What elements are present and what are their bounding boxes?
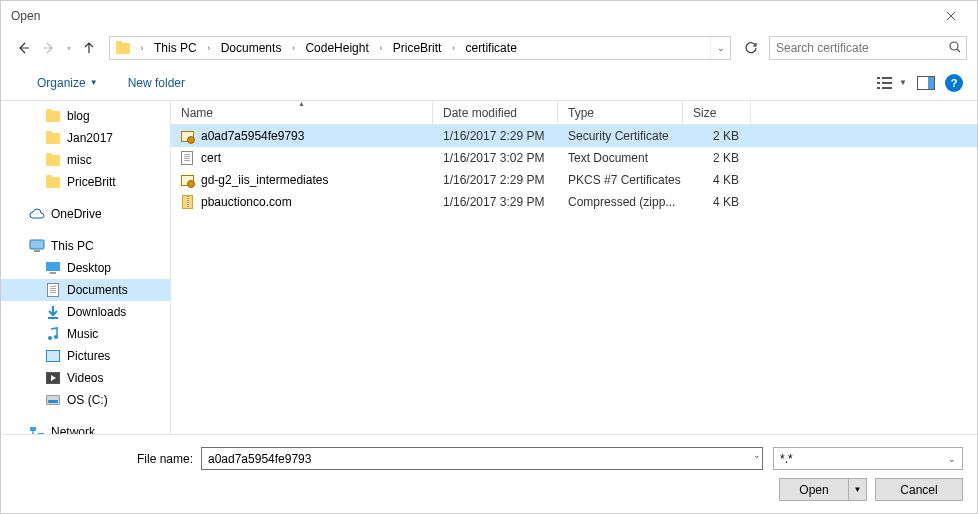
open-split-dropdown[interactable]: ▼ — [848, 479, 866, 500]
search-icon[interactable] — [948, 40, 962, 54]
breadcrumb-certificate[interactable]: certificate — [461, 37, 520, 59]
documents-icon — [45, 282, 61, 298]
tree-item-jan2017[interactable]: Jan2017 — [1, 127, 170, 149]
file-row[interactable]: a0ad7a5954fe97931/16/2017 2:29 PMSecurit… — [171, 125, 977, 147]
network-icon — [29, 424, 45, 434]
organize-button[interactable]: Organize ▼ — [31, 72, 104, 94]
tree-item-videos[interactable]: Videos — [1, 367, 170, 389]
cancel-button[interactable]: Cancel — [875, 478, 963, 501]
chevron-right-icon[interactable]: › — [134, 43, 150, 53]
file-list[interactable]: a0ad7a5954fe97931/16/2017 2:29 PMSecurit… — [171, 125, 977, 434]
column-date[interactable]: Date modified — [433, 101, 558, 124]
chevron-right-icon[interactable]: › — [201, 43, 217, 53]
filetype-filter[interactable]: *.* ⌄ — [773, 447, 963, 470]
file-date: 1/16/2017 3:29 PM — [433, 195, 558, 209]
preview-pane-button[interactable] — [917, 76, 935, 90]
organize-label: Organize — [37, 76, 86, 90]
svg-rect-8 — [928, 77, 934, 89]
chevron-right-icon[interactable]: › — [285, 43, 301, 53]
tree-item-blog[interactable]: blog — [1, 105, 170, 127]
pictures-icon — [45, 348, 61, 364]
search-box[interactable] — [769, 36, 967, 60]
videos-icon — [45, 370, 61, 386]
open-button-group: Open ▼ — [779, 478, 867, 501]
folder-icon — [112, 37, 134, 59]
open-dialog: Open ▾ › This PC › Documents › CodeHeigh… — [0, 0, 978, 514]
chevron-down-icon: ▼ — [90, 78, 98, 87]
tree-item-pictures[interactable]: Pictures — [1, 345, 170, 367]
address-dropdown[interactable]: ⌄ — [710, 37, 730, 59]
tree-item-pricebritt[interactable]: PriceBritt — [1, 171, 170, 193]
svg-rect-12 — [50, 272, 56, 274]
view-options-button[interactable]: ▼ — [877, 76, 907, 90]
arrow-up-icon — [82, 41, 96, 55]
navigation-tree[interactable]: blog Jan2017 misc PriceBritt OneDrive Th… — [1, 101, 171, 434]
breadcrumb-thispc[interactable]: This PC — [150, 37, 201, 59]
file-size: 2 KB — [683, 151, 751, 165]
file-icon — [179, 194, 195, 210]
column-size[interactable]: Size — [683, 101, 751, 124]
file-size: 4 KB — [683, 173, 751, 187]
tree-item-music[interactable]: Music — [1, 323, 170, 345]
column-name[interactable]: Name▲ — [171, 101, 433, 124]
disk-icon — [45, 392, 61, 408]
open-button[interactable]: Open — [780, 479, 848, 500]
file-type: Text Document — [558, 151, 683, 165]
file-date: 1/16/2017 2:29 PM — [433, 173, 558, 187]
search-input[interactable] — [770, 41, 966, 55]
svg-rect-1 — [877, 77, 880, 79]
tree-item-os-c[interactable]: OS (C:) — [1, 389, 170, 411]
refresh-icon — [744, 41, 758, 55]
file-row[interactable]: pbauctionco.com1/16/2017 3:29 PMCompress… — [171, 191, 977, 213]
file-list-header: Name▲ Date modified Type Size — [171, 101, 977, 125]
svg-rect-3 — [877, 82, 880, 84]
svg-rect-13 — [48, 317, 58, 319]
new-folder-button[interactable]: New folder — [122, 72, 191, 94]
refresh-button[interactable] — [739, 36, 763, 60]
tree-item-thispc[interactable]: This PC — [1, 235, 170, 257]
svg-rect-18 — [30, 427, 36, 431]
recent-locations-dropdown[interactable]: ▾ — [63, 44, 75, 53]
svg-rect-4 — [882, 82, 892, 84]
breadcrumb-codeheight[interactable]: CodeHeight — [301, 37, 372, 59]
nav-row: ▾ › This PC › Documents › CodeHeight › P… — [1, 31, 977, 65]
sort-asc-icon: ▲ — [298, 101, 305, 107]
new-folder-label: New folder — [128, 76, 185, 90]
tree-item-documents[interactable]: Documents — [1, 279, 170, 301]
filename-dropdown[interactable]: ⌄ — [753, 450, 761, 460]
svg-rect-16 — [47, 351, 60, 362]
file-name: cert — [201, 151, 221, 165]
file-name: pbauctionco.com — [201, 195, 292, 209]
desktop-icon — [45, 260, 61, 276]
svg-rect-9 — [30, 240, 44, 249]
arrow-left-icon — [15, 40, 31, 56]
arrow-right-icon — [41, 40, 57, 56]
tree-item-desktop[interactable]: Desktop — [1, 257, 170, 279]
tree-item-downloads[interactable]: Downloads — [1, 301, 170, 323]
forward-button[interactable] — [37, 36, 61, 60]
help-button[interactable]: ? — [945, 74, 963, 92]
tree-item-misc[interactable]: misc — [1, 149, 170, 171]
chevron-right-icon[interactable]: › — [445, 43, 461, 53]
back-button[interactable] — [11, 36, 35, 60]
filename-input[interactable] — [201, 447, 763, 470]
column-type[interactable]: Type — [558, 101, 683, 124]
up-button[interactable] — [77, 36, 101, 60]
svg-rect-11 — [46, 262, 60, 271]
file-icon — [179, 128, 195, 144]
breadcrumb-documents[interactable]: Documents — [217, 37, 286, 59]
cloud-icon — [29, 206, 45, 222]
file-type: Security Certificate — [558, 129, 683, 143]
bottom-panel: File name: ⌄ *.* ⌄ Open ▼ Cancel — [1, 434, 977, 513]
svg-rect-2 — [882, 77, 892, 79]
tree-item-network[interactable]: Network — [1, 421, 170, 434]
address-bar[interactable]: › This PC › Documents › CodeHeight › Pri… — [109, 36, 731, 60]
chevron-down-icon: ▼ — [899, 78, 907, 87]
close-button[interactable] — [928, 2, 973, 30]
tree-item-onedrive[interactable]: OneDrive — [1, 203, 170, 225]
breadcrumb-pricebritt[interactable]: PriceBritt — [389, 37, 446, 59]
file-row[interactable]: cert1/16/2017 3:02 PMText Document2 KB — [171, 147, 977, 169]
filename-label: File name: — [1, 452, 201, 466]
chevron-right-icon[interactable]: › — [373, 43, 389, 53]
file-row[interactable]: gd-g2_iis_intermediates1/16/2017 2:29 PM… — [171, 169, 977, 191]
